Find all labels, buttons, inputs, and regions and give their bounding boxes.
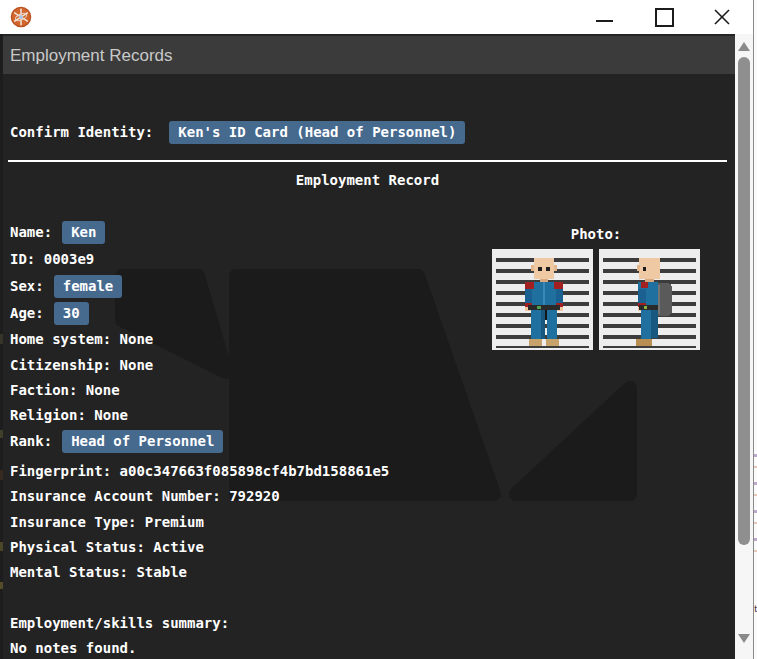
rank-label: Rank: <box>10 433 52 449</box>
insurance-type-line: Insurance Type: Premium <box>10 514 204 531</box>
mental-status-line: Mental Status: Stable <box>10 564 187 581</box>
background-window-edge: t <box>753 0 757 659</box>
scroll-up-arrow-icon[interactable] <box>738 42 750 51</box>
sex-row: Sex: female <box>10 274 122 298</box>
age-button[interactable]: 30 <box>54 302 89 325</box>
record-content: Confirm Identity: Ken's ID Card (Head of… <box>0 74 735 659</box>
vertical-scrollbar[interactable] <box>735 34 753 659</box>
left-edge-strip <box>0 34 3 659</box>
summary-label: Employment/skills summary: <box>10 615 229 632</box>
window-header[interactable]: Employment Records <box>0 34 735 76</box>
scrollbar-thumb[interactable] <box>738 57 750 545</box>
rank-row: Rank: Head of Personnel <box>10 429 223 453</box>
maximize-icon <box>655 8 674 27</box>
id-line: ID: 0003e9 <box>10 251 94 268</box>
notes-line: No notes found. <box>10 640 136 657</box>
minimize-button[interactable] <box>590 0 618 34</box>
home-system-line: Home system: None <box>10 331 153 348</box>
mugshot-front-photo <box>492 249 593 350</box>
confirm-identity-button[interactable]: Ken's ID Card (Head of Personnel) <box>169 121 465 144</box>
confirm-identity-label: Confirm Identity: <box>10 124 153 140</box>
employment-records-window: Employment Records Confirm Identity: Ken… <box>0 34 735 659</box>
fingerprint-line: Fingerprint: a00c347663f085898cf4b7bd158… <box>10 463 389 480</box>
window-title: Employment Records <box>10 46 173 66</box>
close-icon <box>712 7 732 27</box>
maximize-button[interactable] <box>650 0 678 34</box>
physical-status-line: Physical Status: Active <box>10 539 204 556</box>
name-row: Name: Ken <box>10 220 105 244</box>
minimize-icon <box>596 20 613 22</box>
photo-label: Photo: <box>492 226 700 242</box>
age-label: Age: <box>10 305 44 321</box>
mugshot-side-photo <box>599 249 700 350</box>
separator-line <box>8 160 727 162</box>
rank-button[interactable]: Head of Personnel <box>62 430 223 453</box>
name-button[interactable]: Ken <box>62 221 105 244</box>
faction-line: Faction: None <box>10 382 120 399</box>
age-row: Age: 30 <box>10 301 89 325</box>
scroll-down-arrow-icon[interactable] <box>738 634 750 643</box>
section-title: Employment Record <box>0 172 735 188</box>
character-side-sprite <box>599 249 700 350</box>
character-front-sprite <box>492 249 593 350</box>
citizenship-line: Citizenship: None <box>10 357 153 374</box>
confirm-identity-row: Confirm Identity: Ken's ID Card (Head of… <box>10 120 465 144</box>
sex-button[interactable]: female <box>54 275 123 298</box>
religion-line: Religion: None <box>10 407 128 424</box>
name-label: Name: <box>10 224 52 240</box>
screenshot-root: Employment Records Confirm Identity: Ken… <box>0 0 757 659</box>
close-button[interactable] <box>708 0 736 34</box>
app-logo-icon <box>10 6 32 28</box>
window-titlebar <box>0 0 757 34</box>
sex-label: Sex: <box>10 278 44 294</box>
insurance-account-line: Insurance Account Number: 792920 <box>10 488 280 505</box>
